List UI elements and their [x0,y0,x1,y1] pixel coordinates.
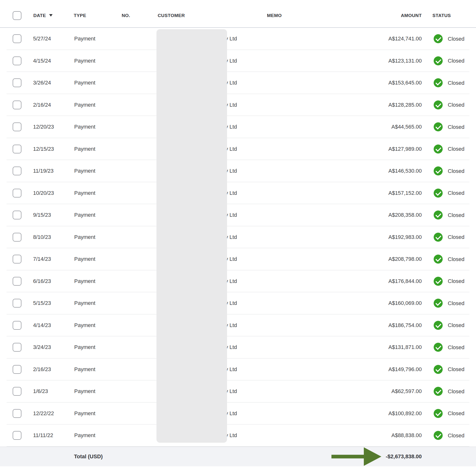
check-circle-icon [434,343,443,352]
status-badge: Closed [434,299,464,308]
check-circle-icon [434,167,443,176]
status-badge: Closed [434,321,464,330]
amount-cell: A$208,798.00 [336,256,422,262]
customer-cell: y Ltd [225,124,237,130]
type-cell: Payment [74,366,95,373]
row-checkbox[interactable] [13,167,21,175]
table-row[interactable]: 5/27/24 Payment y Ltd A$124,741.00 Close… [0,28,476,50]
row-checkbox[interactable] [13,299,21,308]
row-checkbox[interactable] [13,78,21,87]
check-circle-icon [434,299,443,308]
transactions-table: DATE TYPE NO. CUSTOMER MEMO AMOUNT STATU… [0,0,476,469]
table-row[interactable]: 11/19/23 Payment y Ltd A$146,530.00 Clos… [0,160,476,182]
row-checkbox[interactable] [13,56,21,65]
row-checkbox[interactable] [13,34,21,43]
row-checkbox[interactable] [13,100,21,109]
type-cell: Payment [74,234,95,240]
status-badge: Closed [434,122,464,132]
table-row[interactable]: 9/15/23 Payment y Ltd A$208,358.00 Close… [0,204,476,226]
check-circle-icon [434,188,443,198]
customer-cell: y Ltd [225,278,237,285]
row-checkbox[interactable] [13,211,21,219]
type-cell: Payment [74,410,95,417]
date-cell: 6/16/23 [33,278,51,285]
table-row[interactable]: 4/15/24 Payment y Ltd A$123,131.00 Close… [0,50,476,72]
status-label: Closed [448,432,464,438]
status-label: Closed [448,168,464,174]
check-circle-icon [434,78,443,87]
row-checkbox[interactable] [13,277,21,286]
status-badge: Closed [434,167,464,176]
total-amount: -$2,673,838.00 [365,453,422,460]
customer-cell: y Ltd [225,190,237,196]
row-checkbox[interactable] [13,145,21,153]
date-cell: 4/15/24 [33,58,51,64]
customer-cell: y Ltd [225,234,237,240]
row-checkbox[interactable] [13,233,21,242]
table-row[interactable]: 2/16/24 Payment y Ltd A$128,285.00 Close… [0,94,476,116]
type-cell: Payment [74,35,95,42]
table-row[interactable]: 6/16/23 Payment y Ltd A$176,844.00 Close… [0,270,476,292]
row-checkbox[interactable] [13,122,21,131]
status-label: Closed [448,80,464,86]
table-row[interactable]: 12/20/23 Payment y Ltd A$44,565.00 Close… [0,116,476,138]
row-checkbox[interactable] [13,409,21,418]
customer-cell: y Ltd [225,212,237,218]
date-cell: 2/16/23 [33,366,51,373]
table-row[interactable]: 12/22/22 Payment y Ltd A$100,892.00 Clos… [0,402,476,425]
type-cell: Payment [74,190,95,196]
table-row[interactable]: 4/14/23 Payment y Ltd A$186,754.00 Close… [0,314,476,336]
select-all-checkbox[interactable] [13,11,21,20]
table-row[interactable]: 2/16/23 Payment y Ltd A$149,796.00 Close… [0,358,476,381]
table-row[interactable]: 7/14/23 Payment y Ltd A$208,798.00 Close… [0,248,476,270]
status-badge: Closed [434,100,464,109]
row-checkbox[interactable] [13,343,21,352]
status-badge: Closed [434,255,464,264]
table-row[interactable]: 3/26/24 Payment y Ltd A$153,645.00 Close… [0,72,476,94]
status-label: Closed [448,146,464,152]
table-row[interactable]: 11/11/22 Payment y Ltd A$88,838.00 Close… [0,424,476,447]
status-label: Closed [448,234,464,240]
row-checkbox[interactable] [13,387,21,396]
status-label: Closed [448,58,464,64]
status-label: Closed [448,300,464,306]
row-checkbox[interactable] [13,189,21,198]
amount-cell: A$149,796.00 [336,366,422,373]
column-header-no: NO. [122,13,130,18]
table-row[interactable]: 3/24/23 Payment y Ltd A$131,871.00 Close… [0,336,476,358]
table-row[interactable]: 10/20/23 Payment y Ltd A$157,152.00 Clos… [0,182,476,204]
status-badge: Closed [434,365,464,374]
check-circle-icon [434,431,443,440]
check-circle-icon [434,277,443,286]
date-cell: 8/10/23 [33,234,51,240]
date-cell: 11/19/23 [33,168,54,174]
type-cell: Payment [74,256,95,262]
status-badge: Closed [434,56,464,65]
column-header-date-label: DATE [33,13,46,18]
check-circle-icon [434,144,443,153]
amount-cell: A$100,892.00 [336,410,422,417]
row-checkbox[interactable] [13,321,21,330]
status-label: Closed [448,344,464,351]
date-cell: 10/20/23 [33,190,54,196]
table-row[interactable]: 8/10/23 Payment y Ltd A$192,983.00 Close… [0,226,476,248]
status-badge: Closed [434,34,464,43]
amount-cell: A$131,871.00 [336,344,422,351]
sort-desc-icon [49,14,53,17]
row-checkbox[interactable] [13,255,21,264]
table-row[interactable]: 1/6/23 Payment y Ltd A$62,597.00 Closed [0,380,476,402]
amount-cell: A$208,358.00 [336,212,422,218]
date-cell: 1/6/23 [33,388,48,394]
row-checkbox[interactable] [13,365,21,374]
column-header-date[interactable]: DATE [33,13,53,18]
row-checkbox[interactable] [13,431,21,440]
customer-cell: y Ltd [225,146,237,152]
type-cell: Payment [74,388,95,394]
date-cell: 12/20/23 [33,124,54,130]
table-row[interactable]: 12/15/23 Payment y Ltd A$127,989.00 Clos… [0,138,476,160]
table-row[interactable]: 5/15/23 Payment y Ltd A$160,069.00 Close… [0,292,476,314]
status-label: Closed [448,322,464,329]
amount-cell: A$88,838.00 [336,432,422,438]
status-label: Closed [448,190,464,196]
total-label: Total (USD) [74,453,103,460]
